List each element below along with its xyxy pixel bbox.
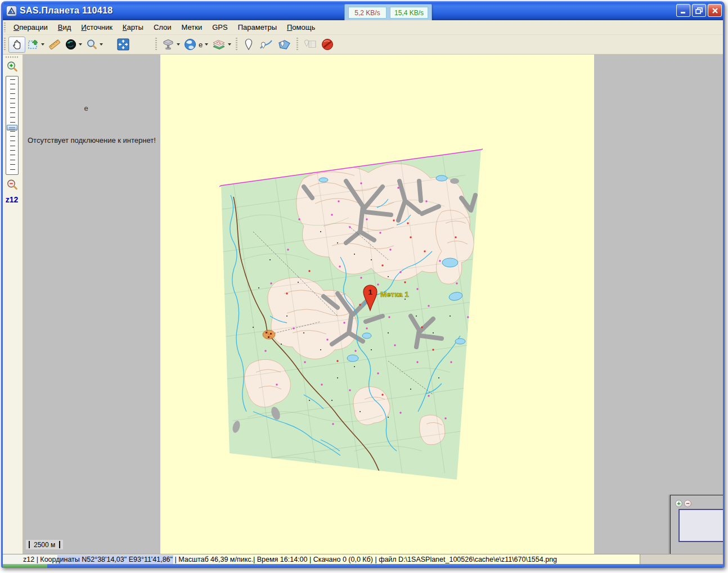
zoom-slider-tick xyxy=(10,107,15,108)
placemark-label: Метка 1 xyxy=(380,290,409,299)
topographic-map-image[interactable]: 1 Метка 1 xyxy=(219,147,484,485)
app-icon xyxy=(6,6,17,16)
hand-icon xyxy=(11,38,23,51)
zoom-slider-tick xyxy=(10,84,15,84)
menu-item[interactable]: Вид xyxy=(53,21,77,33)
add-path-button[interactable] xyxy=(257,37,275,53)
zoom-slider-tick xyxy=(10,79,15,80)
menu-item[interactable]: Источник xyxy=(76,21,118,33)
source-dropdown-caret[interactable] xyxy=(205,43,208,46)
toolbar-gripper-1[interactable] xyxy=(4,38,6,51)
path-tool-icon xyxy=(259,38,273,51)
scale-label: 2500 м xyxy=(30,541,59,549)
zoom-in-button[interactable] xyxy=(6,60,19,74)
globe-icon xyxy=(183,38,197,51)
status-bar: z12 | Координаты N52°38'14,03" E93°11'41… xyxy=(1,554,725,564)
zoom-slider-tick xyxy=(10,160,15,160)
menu-item[interactable]: Метки xyxy=(177,21,208,33)
minimize-button[interactable] xyxy=(676,4,690,17)
menu-item[interactable]: Операции xyxy=(8,21,53,33)
zoom-slider-tick xyxy=(10,141,15,141)
client-area: z12 e Отсутствует подключение к интернет… xyxy=(1,55,725,554)
block-icon xyxy=(321,38,334,51)
pan-tool-button[interactable] xyxy=(8,37,25,53)
zoom-slider-tick xyxy=(10,98,15,99)
layers-dropdown-caret[interactable] xyxy=(228,43,231,46)
close-button[interactable] xyxy=(708,4,722,17)
status-text: z12 | Координаты N52°38'14,03" E93°11'41… xyxy=(23,556,557,563)
zoom-out-button[interactable] xyxy=(6,178,19,192)
speed-indicator-panel: 5,2 KB/s 15,4 KB/s xyxy=(344,4,432,21)
zoom-dropdown-caret[interactable] xyxy=(100,43,103,46)
fullscreen-icon xyxy=(116,38,130,51)
add-polygon-button[interactable] xyxy=(275,37,293,53)
placemark-manager-button[interactable] xyxy=(301,37,319,53)
menu-item[interactable]: Карты xyxy=(118,21,149,33)
toolbar-gripper-3[interactable] xyxy=(236,38,237,51)
dark-globe-icon xyxy=(65,38,77,51)
view-mode-dropdown-caret[interactable] xyxy=(79,43,82,46)
ruler-tool-button[interactable] xyxy=(46,37,63,53)
layers-icon xyxy=(212,38,226,51)
menu-gripper[interactable] xyxy=(4,22,6,33)
status-right-panel xyxy=(640,554,725,564)
zoom-slider-tick xyxy=(10,155,15,155)
menu-bar: ОперацииВидИсточникКартыСлоиМеткиGPSПара… xyxy=(1,20,725,35)
zoom-in-icon xyxy=(6,60,19,74)
zoom-slider-tick xyxy=(10,112,15,113)
download-manager-button[interactable] xyxy=(160,37,182,53)
download-device-icon xyxy=(161,38,175,51)
toolbar-gripper-4[interactable] xyxy=(296,38,298,51)
selection-dropdown-caret[interactable] xyxy=(41,43,44,46)
scale-indicator: 2500 м xyxy=(26,540,63,549)
tile-source-label: e xyxy=(79,104,93,112)
zoom-slider-tick xyxy=(10,169,15,170)
zoom-slider-handle[interactable] xyxy=(7,125,17,130)
zoom-slider[interactable] xyxy=(6,76,19,175)
menu-item[interactable]: Параметры xyxy=(233,21,282,33)
toolbar-gripper-2[interactable] xyxy=(155,38,157,51)
ruler-icon xyxy=(48,38,61,51)
progress-segment xyxy=(1,564,47,568)
zoom-slider-tick xyxy=(10,117,15,118)
map-source-button[interactable]: e xyxy=(182,37,210,53)
add-placemark-button[interactable] xyxy=(240,37,257,53)
polygon-tool-icon xyxy=(277,38,291,51)
zoom-slider-tick xyxy=(10,89,15,89)
map-view[interactable]: e Отсутствует подключение к интернет! xyxy=(23,55,725,554)
minimap-zoom-in-button[interactable]: + xyxy=(675,500,682,507)
selection-zone-button[interactable] xyxy=(25,37,46,53)
delete-placemark-button[interactable] xyxy=(319,37,336,53)
overview-map-panel: + − xyxy=(670,495,725,554)
zoom-slider-tick xyxy=(10,150,15,151)
active-source-letter: e xyxy=(198,40,203,49)
zoom-slider-tick xyxy=(10,93,15,94)
minimap-zoom-out-button[interactable]: − xyxy=(684,500,691,507)
zoom-slider-tick xyxy=(10,146,15,146)
zoom-slider-tick xyxy=(10,122,15,123)
window-title: SAS.Планета 110418 xyxy=(20,6,113,16)
download-dropdown-caret[interactable] xyxy=(177,43,180,46)
scale-right-tick xyxy=(59,541,60,548)
zoom-panel-gripper[interactable] xyxy=(6,56,19,58)
restore-button[interactable] xyxy=(692,4,706,17)
menu-items: ОперацииВидИсточникКартыСлоиМеткиGPSПара… xyxy=(8,21,320,33)
minimap-viewport[interactable] xyxy=(678,509,725,542)
menu-item[interactable]: GPS xyxy=(207,21,232,33)
title-bar[interactable]: SAS.Планета 110418 5,2 KB/s 15,4 KB/s xyxy=(1,1,725,20)
layers-button[interactable] xyxy=(210,37,233,53)
map-view-mode-button[interactable] xyxy=(63,37,84,53)
zoom-slider-tick xyxy=(10,164,15,165)
menu-item[interactable]: Помощь xyxy=(282,21,320,33)
zoom-level-label: z12 xyxy=(1,195,23,204)
upload-speed-value: 15,4 KB/s xyxy=(390,7,428,19)
offline-message: Отсутствует подключение к интернет! xyxy=(28,136,156,145)
fullscreen-button[interactable] xyxy=(115,37,132,53)
desktop: SAS.Планета 110418 5,2 KB/s 15,4 KB/s Оп… xyxy=(0,0,728,573)
zoom-tool-button[interactable] xyxy=(84,37,105,53)
zoom-panel: z12 xyxy=(1,55,23,554)
menu-item[interactable]: Слои xyxy=(149,21,177,33)
selection-zone-icon xyxy=(27,38,39,51)
placemark-pin-icon xyxy=(242,38,255,51)
magnifier-icon xyxy=(86,38,98,51)
